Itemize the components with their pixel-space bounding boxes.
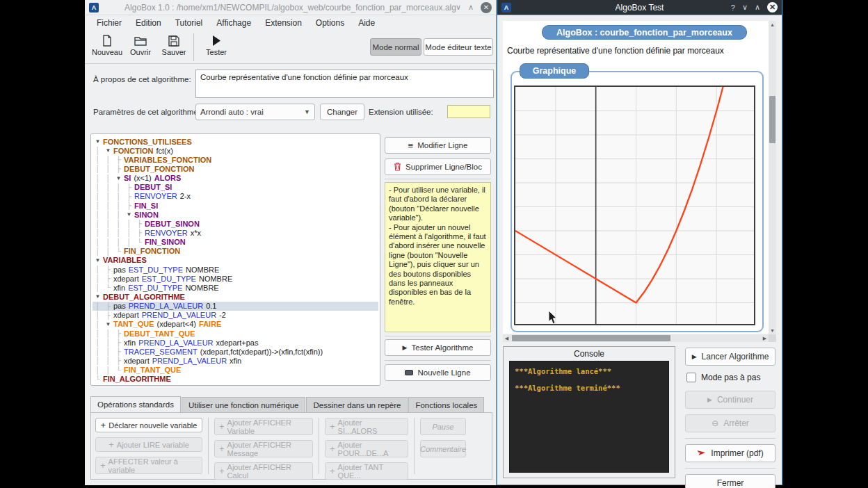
panel-button[interactable]: +Déclarer nouvelle variable (95, 418, 202, 432)
tree-row[interactable]: │└xfinEST_DU_TYPENOMBRE (93, 283, 378, 292)
tree-row[interactable]: │││▼SINON (93, 210, 378, 219)
tree-row[interactable]: ▼DEBUT_ALGORITHME (93, 292, 378, 301)
new-button[interactable]: Nouveau (90, 32, 124, 56)
tab-fonctions-locales[interactable]: Fonctions locales (408, 397, 484, 412)
expander-icon[interactable]: ▼ (113, 174, 124, 182)
help-icon[interactable]: ? (731, 3, 735, 12)
tree-row[interactable]: │▼FONCTIONfct(x) (93, 146, 378, 155)
minimize-icon[interactable]: ∨ (456, 3, 461, 11)
console-output[interactable]: ***Algorithme lancé******Algorithme term… (509, 361, 669, 473)
scroll-right-icon[interactable]: ▶ (761, 334, 769, 342)
expander-icon[interactable]: ▼ (124, 211, 134, 218)
tree-row[interactable]: ││├xfinPREND_LA_VALEURxdepart+pas (93, 338, 378, 347)
tree-row[interactable]: ││├TRACER_SEGMENT(xdepart,fct(xdepart))-… (93, 347, 378, 356)
menu-aide[interactable]: Aide (352, 17, 381, 29)
panel-button[interactable]: +Ajouter AFFICHER Message (214, 440, 313, 457)
panel-button[interactable]: +Ajouter TANT QUE... (325, 462, 408, 480)
continue-button[interactable]: ▶ Continuer (685, 391, 775, 409)
function-plot[interactable] (514, 86, 755, 325)
mode-editor-button[interactable]: Mode éditeur texte (424, 38, 493, 56)
panel-button[interactable]: +Ajouter LIRE variable (95, 437, 202, 452)
tree-row[interactable]: │││├DEBUT_SI (93, 183, 378, 192)
menu-tutoriel[interactable]: Tutoriel (169, 17, 209, 29)
minimize-icon[interactable]: ∨ (742, 3, 748, 12)
change-button[interactable]: Changer (320, 104, 364, 120)
stop-button[interactable]: ⊖ Arrêter (685, 414, 775, 432)
panel-button[interactable]: Pause (420, 418, 466, 435)
expander-icon[interactable]: ▼ (93, 257, 103, 264)
step-mode-checkbox[interactable] (686, 373, 696, 382)
close-test-button[interactable]: Fermer (685, 474, 775, 488)
expander-icon[interactable]: ▼ (93, 138, 103, 145)
tree-row[interactable]: ││├VARIABLES_FONCTION (93, 155, 378, 164)
tree-row[interactable]: ││▼SI(x<1)ALORS (93, 174, 378, 183)
tree-row[interactable]: ││└FIN_TANT_QUE (93, 366, 378, 375)
panel-button[interactable]: +Ajouter AFFICHER Variable (214, 418, 313, 435)
scroll-down-icon[interactable]: ▼ (769, 327, 776, 334)
expander-icon[interactable]: ▼ (103, 147, 113, 154)
menu-fichier[interactable]: Fichier (90, 17, 128, 29)
tree-row[interactable]: ▼VARIABLES (93, 256, 378, 265)
expander-icon[interactable]: ▼ (103, 320, 113, 328)
new-line-button[interactable]: Nouvelle Ligne (385, 364, 491, 381)
tab-dessiner-repere[interactable]: Dessiner dans un repère (306, 397, 408, 412)
tree-row[interactable]: │├xdepartPREND_LA_VALEUR-2 (93, 311, 378, 320)
tree-row[interactable]: ││├DEBUT_FONCTION (93, 164, 378, 173)
panel-button[interactable]: +Ajouter AFFICHER Calcul (214, 462, 313, 480)
tree-row[interactable]: │├pasEST_DU_TYPENOMBRE (93, 265, 378, 274)
maximize-icon[interactable]: ∧ (755, 3, 760, 12)
tree-row[interactable]: │││├RENVOYER2-x (93, 192, 378, 201)
menu-affichage[interactable]: Affichage (210, 17, 257, 29)
tab-operations-standards[interactable]: Opérations standards (90, 396, 181, 412)
about-input[interactable]: Courbe représentative d'une fonction déf… (195, 70, 494, 98)
panel-button[interactable]: Commentaire (420, 440, 466, 457)
close-icon[interactable]: ✕ (767, 2, 778, 13)
close-icon[interactable]: ✕ (481, 2, 492, 13)
vscroll-thumb[interactable] (769, 96, 775, 143)
tree-row[interactable]: ││├DEBUT_TANT_QUE (93, 329, 378, 338)
panel-button[interactable]: +AFFECTER valeur à variable (95, 457, 202, 474)
delete-line-button[interactable]: Supprimer Ligne/Bloc (385, 158, 491, 175)
scroll-up-icon[interactable]: ▲ (769, 21, 776, 29)
tree-token: EST_DU_TYPE (128, 284, 182, 292)
menu-options[interactable]: Options (310, 17, 351, 29)
tree-guide: │ (113, 211, 124, 218)
panel-button[interactable]: +Ajouter SI...ALORS (325, 418, 408, 435)
tree-row[interactable]: └FIN_ALGORITHME (93, 375, 378, 384)
save-button[interactable]: Sauver (157, 32, 191, 56)
tree-row[interactable]: ││││├RENVOYERx*x (93, 228, 378, 237)
hscroll-thumb[interactable] (512, 335, 670, 341)
tree-row[interactable]: ││├xdepartPREND_LA_VALEURxfin (93, 356, 378, 365)
modify-line-button[interactable]: ≡ Modifier Ligne (385, 137, 491, 154)
algorithm-tree[interactable]: ▼FONCTIONS_UTILISEES│▼FONCTIONfct(x)││├V… (90, 133, 380, 386)
main-titlebar[interactable]: A AlgoBox 1.0 : /home/xm1/NEWCOMPIL/algo… (85, 0, 496, 15)
tree-row[interactable]: │├pasPREND_LA_VALEUR0.1 (93, 302, 378, 311)
expander-icon[interactable]: ▼ (93, 293, 103, 300)
panel-button[interactable]: +Ajouter POUR...DE...A (325, 440, 408, 457)
test-titlebar[interactable]: A AlgoBox Test ? ∨ ∧ ✕ (497, 0, 782, 15)
horizontal-scrollbar[interactable]: ◀ ▶ (503, 334, 769, 342)
tree-row[interactable]: ││└FIN_FONCTION (93, 247, 378, 256)
tree-row[interactable]: │││├FIN_SI (93, 201, 378, 210)
scroll-left-icon[interactable]: ◀ (503, 334, 511, 342)
open-button[interactable]: Ouvrir (124, 32, 157, 56)
tree-row[interactable]: ││││└FIN_SINON (93, 238, 378, 247)
tree-guide: │ (103, 238, 113, 246)
tree-row[interactable]: ▼FONCTIONS_UTILISEES (93, 137, 378, 146)
vertical-scrollbar[interactable]: ▲ ▼ (769, 21, 776, 334)
tree-row[interactable]: │▼TANT_QUE(xdepart<4)FAIRE (93, 320, 378, 329)
tree-token: (xdepart<4) (156, 320, 196, 328)
tree-row[interactable]: │├xdepartEST_DU_TYPENOMBRE (93, 274, 378, 283)
tree-row[interactable]: ││││├DEBUT_SINON (93, 219, 378, 228)
maximize-icon[interactable]: ∧ (468, 3, 474, 11)
print-pdf-button[interactable]: Imprimer (pdf) (685, 444, 775, 462)
mode-normal-button[interactable]: Mode normal (370, 38, 421, 56)
extension-field[interactable] (447, 105, 490, 118)
menu-edition[interactable]: Edition (129, 17, 168, 29)
tab-fonction-numerique[interactable]: Utiliser une fonction numérique (182, 397, 306, 412)
test-algorithm-button[interactable]: ▶ Tester Algorithme (385, 339, 491, 356)
run-algorithm-button[interactable]: ▶ Lancer Algorithme (685, 348, 775, 366)
menu-extension[interactable]: Extension (259, 17, 308, 29)
test-button[interactable]: Tester (200, 32, 233, 56)
params-dropdown[interactable]: Arrondi auto : vrai ▼ (195, 104, 315, 120)
